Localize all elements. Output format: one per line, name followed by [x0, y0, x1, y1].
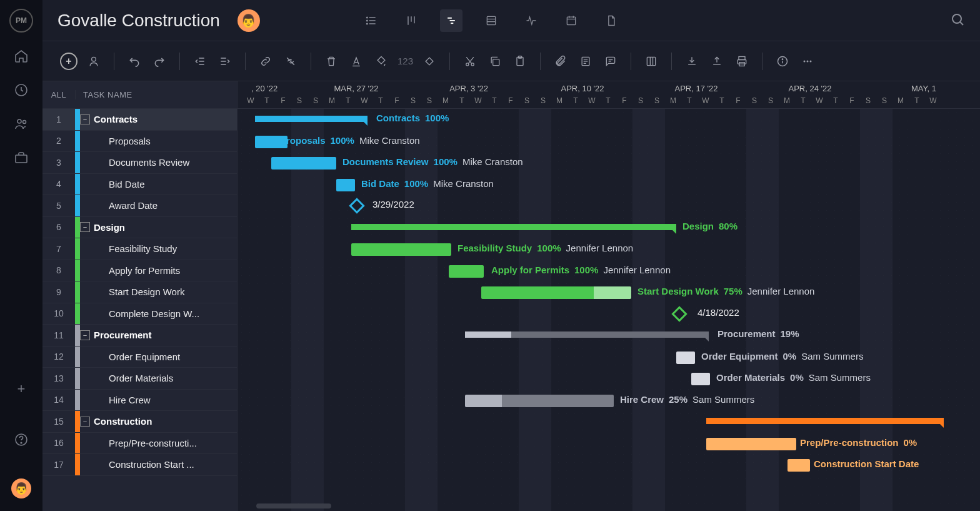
task-row[interactable]: 1−Contracts	[42, 109, 237, 131]
gantt-summary-bar[interactable]	[351, 224, 676, 230]
file-view-icon[interactable]	[600, 9, 622, 32]
info-icon[interactable]	[774, 53, 791, 70]
task-label: Construction	[94, 416, 237, 427]
gantt-bar[interactable]	[691, 373, 710, 385]
paste-icon[interactable]	[511, 53, 529, 70]
indent-icon[interactable]	[216, 53, 234, 70]
attachment-icon[interactable]	[552, 53, 569, 70]
bar-label: Design80%	[682, 221, 738, 231]
gantt-bar[interactable]	[465, 395, 614, 407]
outdent-icon[interactable]	[191, 53, 209, 70]
calendar-view-icon[interactable]	[560, 9, 582, 32]
day-label: T	[600, 96, 616, 105]
horizontal-scrollbar[interactable]	[256, 503, 331, 508]
clock-icon[interactable]	[14, 83, 29, 100]
briefcase-icon[interactable]	[14, 150, 29, 168]
col-all-header[interactable]: ALL	[42, 90, 75, 99]
task-list-panel: ALL TASK NAME 1−Contracts2Proposals3Docu…	[42, 81, 238, 511]
fill-icon[interactable]	[372, 53, 390, 70]
print-icon[interactable]	[733, 53, 751, 70]
people-icon[interactable]	[14, 116, 29, 134]
day-label: W	[811, 96, 828, 105]
task-row[interactable]: 16Prep/Pre-constructi...	[42, 433, 237, 455]
gantt-bar[interactable]	[788, 459, 810, 472]
collapse-icon[interactable]: −	[80, 417, 90, 427]
task-row[interactable]: 15−Construction	[42, 411, 237, 433]
day-label: M	[665, 96, 681, 105]
row-number: 13	[42, 373, 75, 383]
gantt-summary-bar[interactable]	[465, 331, 709, 338]
day-label: T	[372, 96, 389, 105]
delete-icon[interactable]	[322, 53, 340, 70]
import-icon[interactable]	[683, 53, 701, 70]
home-icon[interactable]	[14, 49, 29, 66]
export-icon[interactable]	[708, 53, 726, 70]
col-name-header[interactable]: TASK NAME	[75, 90, 237, 99]
gantt-bar[interactable]	[481, 286, 631, 299]
list-view-icon[interactable]	[360, 9, 382, 32]
add-button[interactable]: +	[18, 381, 26, 397]
row-number: 11	[42, 330, 75, 340]
columns-icon[interactable]	[642, 53, 660, 70]
notes-icon[interactable]	[577, 53, 594, 70]
link-icon[interactable]	[257, 53, 274, 70]
week-label: APR, 3 '22	[449, 84, 488, 93]
gantt-bar[interactable]	[336, 179, 355, 191]
task-row[interactable]: 4Bid Date	[42, 174, 237, 196]
task-row[interactable]: 13Order Materials	[42, 368, 237, 390]
task-label: Contracts	[94, 114, 237, 124]
collapse-icon[interactable]: −	[80, 222, 90, 232]
task-row[interactable]: 8Apply for Permits	[42, 260, 237, 282]
gantt-bar[interactable]	[271, 157, 336, 169]
task-row[interactable]: 3Documents Review	[42, 152, 237, 174]
app-logo[interactable]: PM	[9, 9, 33, 33]
task-row[interactable]: 6−Design	[42, 217, 237, 239]
search-icon[interactable]	[950, 12, 965, 29]
day-label: W	[356, 96, 372, 105]
gantt-bar[interactable]	[706, 438, 796, 450]
svg-point-5	[21, 442, 22, 443]
diamond-icon[interactable]	[421, 53, 438, 70]
svg-rect-37	[426, 58, 433, 65]
cut-icon[interactable]	[461, 53, 479, 70]
gantt-view-icon[interactable]	[440, 9, 462, 32]
gantt-summary-bar[interactable]	[706, 418, 944, 424]
redo-icon[interactable]	[151, 53, 168, 70]
project-avatar[interactable]	[238, 9, 260, 32]
task-row[interactable]: 17Construction Start ...	[42, 454, 237, 476]
task-row[interactable]: 7Feasibility Study	[42, 238, 237, 260]
gantt-bar[interactable]	[676, 352, 695, 364]
task-label: Order Equipment	[109, 352, 237, 362]
text-style-icon[interactable]	[348, 53, 365, 70]
sheet-view-icon[interactable]	[480, 9, 502, 32]
svg-point-39	[471, 63, 474, 65]
toolbar-number[interactable]: 123	[398, 56, 413, 66]
comment-icon[interactable]	[602, 53, 619, 70]
task-row[interactable]: 10Complete Design W...	[42, 303, 237, 325]
task-label: Prep/Pre-constructi...	[109, 438, 237, 448]
task-row[interactable]: 12Order Equipment	[42, 347, 237, 368]
user-avatar-small[interactable]	[11, 478, 31, 498]
task-row[interactable]: 5Award Date	[42, 195, 237, 217]
board-view-icon[interactable]	[400, 9, 422, 32]
assign-icon[interactable]	[85, 53, 102, 70]
gantt-bar[interactable]	[449, 265, 484, 278]
more-icon[interactable]	[799, 53, 816, 70]
help-icon[interactable]	[14, 432, 29, 450]
project-title: Govalle Construction	[58, 11, 220, 31]
collapse-icon[interactable]: −	[80, 330, 90, 340]
gantt-bar[interactable]	[351, 243, 451, 256]
bar-label: Order Materials0%Sam Summers	[716, 372, 871, 383]
task-row[interactable]: 9Start Design Work	[42, 281, 237, 303]
collapse-icon[interactable]: −	[80, 114, 90, 124]
task-row[interactable]: 14Hire Crew	[42, 390, 237, 412]
gantt-summary-bar[interactable]	[255, 116, 368, 122]
copy-icon[interactable]	[486, 53, 504, 70]
task-row[interactable]: 2Proposals	[42, 131, 237, 153]
task-row[interactable]: 11−Procurement	[42, 325, 237, 347]
unlink-icon[interactable]	[282, 53, 299, 70]
undo-icon[interactable]	[126, 53, 143, 70]
day-label: S	[762, 96, 779, 105]
activity-icon[interactable]	[520, 9, 542, 32]
add-task-button[interactable]: +	[60, 53, 78, 70]
